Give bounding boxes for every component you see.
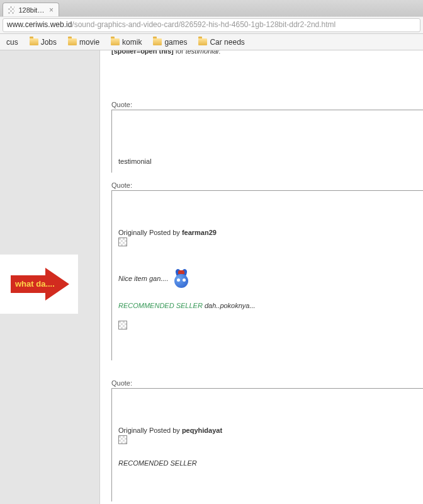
bookmark-label: games (164, 38, 187, 47)
originally-posted-by: Originally Posted by peqyhidayat (118, 427, 417, 434)
quote-box-testimonial: testimonial (111, 110, 423, 173)
url-field[interactable]: www.ceriwis.web.id/sound-graphics-and-vi… (3, 18, 420, 32)
bookmark-folder-games[interactable]: games (149, 37, 191, 48)
bookmark-folder-komik[interactable]: komik (107, 37, 145, 48)
originally-posted-by: Originally Posted by fearman29 (118, 229, 417, 236)
bookmark-label: komik (122, 38, 142, 47)
quote-box-peqy: Originally Posted by peqyhidayat RECOMEN… (111, 388, 423, 501)
quote-box-fearman: Originally Posted by fearman29 Nice item… (111, 190, 423, 360)
spoiler-mid: for (174, 50, 186, 55)
quote-label: Quote: (111, 101, 423, 108)
spoiler-line: [spoiler=open this] for testimonial: (111, 50, 423, 55)
folder-icon (111, 38, 120, 45)
folder-icon (198, 38, 207, 45)
spoiler-colon: : (218, 50, 220, 55)
tab-title: 128bit ddr (18, 6, 45, 14)
bookmark-label: Jobs (41, 38, 57, 47)
bookmark-label: movie (79, 38, 99, 47)
broken-image-icon (118, 321, 127, 329)
arrow-right-icon: what da.... (8, 265, 70, 303)
folder-icon (68, 38, 77, 45)
quote-author: fearman29 (182, 229, 217, 236)
bookmark-label: cus (6, 38, 18, 47)
broken-image-icon (118, 435, 127, 444)
quote-label: Quote: (111, 181, 423, 189)
folder-icon (30, 38, 38, 45)
tab-favicon (8, 6, 14, 14)
recommended-rest: dah..pokoknya... (203, 302, 256, 309)
originally-prefix: Originally Posted by (118, 229, 182, 236)
folder-icon (153, 38, 162, 45)
bookmark-folder-movie[interactable]: movie (64, 37, 103, 48)
recommended-seller-text: RECOMENDED SELLER (118, 459, 417, 467)
page-viewport: what da.... [spoiler=open this] for test… (0, 50, 423, 504)
browser-tab-bar: 128bit ddr × (0, 0, 423, 16)
recommended-seller-text: RECOMMENDED SELLER (118, 302, 203, 309)
bookmark-folder-truncated[interactable]: cus (3, 37, 22, 48)
originally-prefix: Originally Posted by (118, 427, 182, 434)
bookmarks-bar: cus Jobs movie komik games Car needs (0, 34, 423, 50)
bookmark-label: Car needs (210, 38, 244, 47)
recommended-line: RECOMMENDED SELLER dah..pokoknya... (118, 302, 417, 309)
spoiler-suffix: testimonial (186, 50, 219, 55)
bookmark-folder-jobs[interactable]: Jobs (26, 37, 60, 48)
quote-label: Quote: (111, 379, 423, 387)
nice-text: Nice item gan.... (118, 275, 168, 282)
quote-text: testimonial (118, 158, 152, 165)
quote-body-line: Nice item gan.... (118, 269, 417, 288)
sticker-text: what da.... (14, 279, 55, 289)
browser-tab[interactable]: 128bit ddr × (3, 3, 59, 16)
address-bar: www.ceriwis.web.id/sound-graphics-and-vi… (0, 16, 423, 34)
url-path: /sound-graphics-and-video-card/826592-hi… (72, 20, 336, 29)
broken-image-icon (118, 238, 127, 246)
bookmark-folder-carneeds[interactable]: Car needs (195, 37, 248, 48)
quote-author: peqyhidayat (182, 427, 222, 434)
mascot-emoji-icon (172, 269, 191, 288)
spoiler-tag: [spoiler=open this] (111, 50, 174, 55)
post-content-column: [spoiler=open this] for testimonial: Quo… (99, 50, 423, 504)
tab-close-icon[interactable]: × (49, 6, 54, 14)
url-host: www.ceriwis.web.id (7, 20, 72, 29)
ad-sticker[interactable]: what da.... (0, 255, 78, 314)
